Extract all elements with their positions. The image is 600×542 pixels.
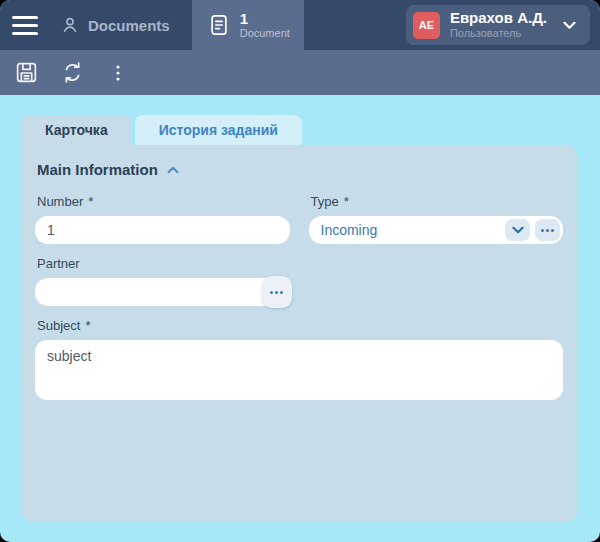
- nav-documents-label: Documents: [88, 17, 170, 34]
- partner-input[interactable]: [35, 278, 290, 306]
- avatar: АЕ: [413, 12, 440, 39]
- content-area: Карточка История заданий Main Informatio…: [0, 95, 600, 542]
- document-tab-number: 1: [240, 10, 290, 27]
- required-marker: *: [344, 194, 349, 209]
- chevron-down-icon: [557, 21, 576, 30]
- chevron-down-icon: [512, 226, 524, 234]
- type-dropdown-button[interactable]: [505, 219, 530, 241]
- ellipsis-icon: [541, 229, 554, 232]
- chevron-up-icon: [167, 166, 179, 174]
- type-select-value: Incoming: [321, 222, 501, 238]
- partner-label: Partner: [37, 256, 290, 271]
- kebab-menu-icon: [107, 62, 129, 84]
- type-select[interactable]: Incoming: [309, 216, 564, 244]
- field-subject: Subject* subject: [35, 318, 563, 404]
- card-panel: Main Information Number* Type* Incoming: [21, 145, 577, 522]
- field-partner: Partner: [35, 244, 290, 306]
- nav-documents[interactable]: Documents: [50, 0, 192, 50]
- section-header-main-information[interactable]: Main Information: [37, 161, 563, 178]
- field-number: Number*: [35, 182, 290, 244]
- tab-task-history[interactable]: История заданий: [135, 115, 302, 145]
- type-lookup-button[interactable]: [535, 219, 560, 241]
- subject-label: Subject*: [37, 318, 563, 333]
- tab-card[interactable]: Карточка: [21, 115, 132, 145]
- partner-lookup-button[interactable]: [262, 276, 292, 308]
- user-menu[interactable]: АЕ Еврахов А.Д. Пользователь: [406, 5, 590, 45]
- subject-textarea[interactable]: subject: [35, 340, 563, 400]
- menu-button[interactable]: [0, 0, 50, 50]
- number-input[interactable]: [35, 216, 290, 244]
- document-tab-label: Document: [240, 27, 290, 40]
- tab-document[interactable]: 1 Document: [192, 0, 304, 50]
- required-marker: *: [88, 194, 93, 209]
- ellipsis-icon: [270, 291, 283, 294]
- refresh-button[interactable]: [56, 57, 88, 89]
- app-window: Documents 1 Document АЕ Еврахов А.Д. Пол: [0, 0, 600, 542]
- field-type: Type* Incoming: [309, 182, 564, 244]
- person-icon: [60, 15, 80, 35]
- refresh-icon: [60, 60, 85, 85]
- required-marker: *: [85, 318, 90, 333]
- number-label: Number*: [37, 194, 290, 209]
- save-button[interactable]: [10, 57, 42, 89]
- page-tabs: Карточка История заданий: [21, 115, 600, 145]
- document-icon: [208, 13, 230, 37]
- save-icon: [14, 60, 39, 85]
- section-title: Main Information: [37, 161, 158, 178]
- top-navbar: Documents 1 Document АЕ Еврахов А.Д. Пол: [0, 0, 600, 50]
- user-role: Пользователь: [450, 27, 547, 40]
- more-actions-button[interactable]: [102, 57, 134, 89]
- toolbar: [0, 50, 600, 95]
- user-name: Еврахов А.Д.: [450, 9, 547, 27]
- type-label: Type*: [311, 194, 564, 209]
